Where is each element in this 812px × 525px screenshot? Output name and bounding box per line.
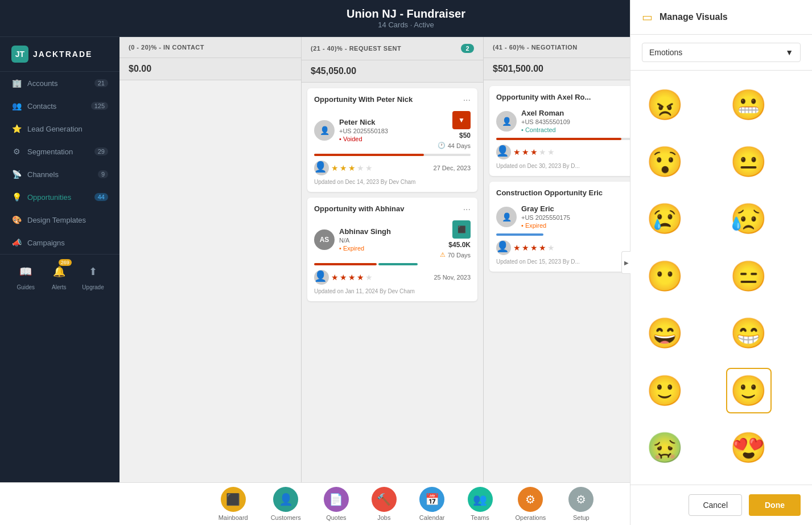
chevron-down-icon: ▼ <box>785 48 793 57</box>
tab-calendar[interactable]: 📅 Calendar <box>419 487 445 521</box>
sidebar-item-segmentation[interactable]: ⚙ Segmentation 29 <box>0 140 119 163</box>
sidebar-icon: 📡 <box>11 170 22 179</box>
star: ★ <box>331 163 339 173</box>
person-status: • Expired <box>339 245 435 252</box>
emoji-neutral[interactable]: 😐 <box>726 139 772 184</box>
emoji-slight-smile[interactable]: 🙂 <box>642 368 687 413</box>
upgrade-icon: ⬆ <box>83 261 104 282</box>
tab-setup[interactable]: ⚙ Setup <box>568 487 593 521</box>
sidebar-item-opportunities[interactable]: 💡 Opportunities 44 <box>0 186 119 208</box>
card-footer-left: 👤 ★★★★★ <box>496 240 555 255</box>
emoji-grinning[interactable]: 😄 <box>642 311 687 356</box>
emoji-sad[interactable]: 😥 <box>726 196 772 242</box>
tab-quotes[interactable]: 📄 Quotes <box>324 487 349 521</box>
tab-teams[interactable]: 👥 Teams <box>468 487 493 521</box>
emotions-dropdown[interactable]: Emotions ▼ <box>642 43 801 62</box>
card-assignee-avatar: 👤 <box>314 161 329 175</box>
card-person-info: Gray Eric +US 2025550175 • Expired <box>521 204 630 229</box>
column-amount: $0.00 <box>119 58 301 80</box>
guides-icon: 📖 <box>15 261 36 282</box>
person-status: • Voided <box>339 136 433 142</box>
card-person-info: Abhinav Singh N/A • Expired <box>339 227 435 252</box>
person-phone: N/A <box>339 237 435 244</box>
star: ★ <box>547 147 555 157</box>
page-title: Union NJ - Fundraiser <box>347 7 465 20</box>
alerts-icon: 🔔 269 <box>49 261 69 282</box>
emoji-angry[interactable]: 😠 <box>642 82 687 128</box>
logo-text: JACKTRADE <box>33 50 92 59</box>
card-date: 25 Nov, 2023 <box>434 274 471 281</box>
card-avatar: 👤 <box>314 120 335 141</box>
emoji-cry[interactable]: 😢 <box>642 196 687 242</box>
card-footer: 👤 ★★★★★ <box>496 145 653 159</box>
card-assignee-avatar: 👤 <box>496 145 511 159</box>
person-name: Abhinav Singh <box>339 227 435 236</box>
tab-mainboard[interactable]: ⬛ Mainboard <box>219 487 248 521</box>
card-person: 👤 Axel Roman +US 8435550109 • Contracted… <box>496 109 653 133</box>
tab-jobs[interactable]: 🔨 Jobs <box>372 487 397 521</box>
card-header: Opportunity with Abhinav ··· <box>314 204 471 215</box>
kanban-card[interactable]: Opportunity with Abhinav ··· AS Abhinav … <box>307 198 477 301</box>
panel-footer: Cancel Done <box>630 485 812 525</box>
tab-customers[interactable]: 👤 Customers <box>271 487 301 521</box>
emoji-expressionless[interactable]: 😑 <box>726 253 772 299</box>
emoji-nauseated[interactable]: 🤢 <box>642 425 687 471</box>
emoji-silent[interactable]: 😶 <box>642 253 687 299</box>
card-footer-left: 👤 ★★★★★ <box>314 161 373 175</box>
card-menu-icon[interactable]: ··· <box>463 95 471 105</box>
card-footer: 👤 ★★★★★ 25 Nov, 2023 <box>314 270 471 285</box>
card-updated: Updated on Dec 14, 2023 By Dev Cham <box>314 179 471 185</box>
panel-toggle[interactable]: ▶ <box>621 251 630 274</box>
sidebar-item-design-templates[interactable]: 🎨 Design Templates <box>0 208 119 231</box>
alerts-label: Alerts <box>52 284 67 290</box>
star: ★ <box>530 243 538 252</box>
card-badge: ⬛ <box>452 220 471 239</box>
card-stars: ★★★★★ <box>513 147 555 157</box>
upgrade-label: Upgrade <box>82 284 104 290</box>
sidebar-count: 29 <box>94 147 108 155</box>
card-person-info: Peter Nick +US 2025550183 • Voided <box>339 118 433 142</box>
person-name: Gray Eric <box>521 204 630 213</box>
tab-icon: 🔨 <box>372 487 397 512</box>
emoji-slight-smile-2[interactable]: 🙂 <box>726 368 772 413</box>
card-header: Opportunity With Peter Nick ··· <box>314 95 471 105</box>
done-button[interactable]: Done <box>749 494 801 516</box>
sidebar-icon: ⭐ <box>11 124 22 133</box>
sidebar-action-upgrade[interactable]: ⬆ Upgrade <box>82 261 104 290</box>
alerts-badge: 269 <box>59 259 72 266</box>
tab-label: Jobs <box>377 514 390 521</box>
kanban-card[interactable]: Opportunity With Peter Nick ··· 👤 Peter … <box>307 88 477 192</box>
sidebar-action-alerts[interactable]: 🔔 269 Alerts <box>49 261 69 290</box>
person-name: Axel Roman <box>521 109 630 117</box>
person-phone: +US 2025550183 <box>339 128 433 134</box>
card-title: Opportunity with Abhinav <box>314 204 463 213</box>
sidebar-item-channels[interactable]: 📡 Channels 9 <box>0 163 119 186</box>
sidebar-bottom-actions: 📖 Guides 🔔 269 Alerts ⬆ Upgrade <box>0 254 119 297</box>
sidebar-item-accounts[interactable]: 🏢 Accounts 21 <box>0 72 119 95</box>
cancel-button[interactable]: Cancel <box>689 494 742 516</box>
tab-icon: 📅 <box>419 487 444 512</box>
card-header: Construction Opportunity Eric ··· <box>496 188 653 199</box>
tab-label: Quotes <box>326 514 346 521</box>
emoji-heart-eyes[interactable]: 😍 <box>726 425 772 471</box>
card-footer-left: 👤 ★★★★★ <box>496 145 555 159</box>
star: ★ <box>513 147 521 157</box>
emoji-hushed[interactable]: 😯 <box>642 139 687 184</box>
card-menu-icon[interactable]: ··· <box>463 204 471 215</box>
card-header: Opportunity with Axel Ro... ··· <box>496 93 653 103</box>
sidebar-label: Campaigns <box>27 239 65 247</box>
emoji-beaming[interactable]: 😁 <box>726 311 772 356</box>
kanban-column-col2: (21 - 40)% - REQUEST SENT 2 $45,050.00 O… <box>302 37 484 482</box>
emoji-grid: 😠😬😯😐😢😥😶😑😄😁🙂🙂🤢😍 <box>630 71 812 485</box>
tab-operations[interactable]: ⚙ Operations <box>516 487 546 521</box>
star: ★ <box>340 163 347 173</box>
emoji-grimace[interactable]: 😬 <box>726 82 772 128</box>
sidebar-item-campaigns[interactable]: 📣 Campaigns <box>0 231 119 254</box>
sidebar-item-lead-generation[interactable]: ⭐ Lead Generation <box>0 117 119 140</box>
sidebar-item-contacts[interactable]: 👥 Contacts 125 <box>0 95 119 117</box>
sidebar-icon: ⚙ <box>11 147 22 156</box>
star: ★ <box>340 273 347 282</box>
sidebar-icon: 📣 <box>11 238 22 247</box>
star: ★ <box>348 163 356 173</box>
sidebar-action-guides[interactable]: 📖 Guides <box>15 261 36 290</box>
